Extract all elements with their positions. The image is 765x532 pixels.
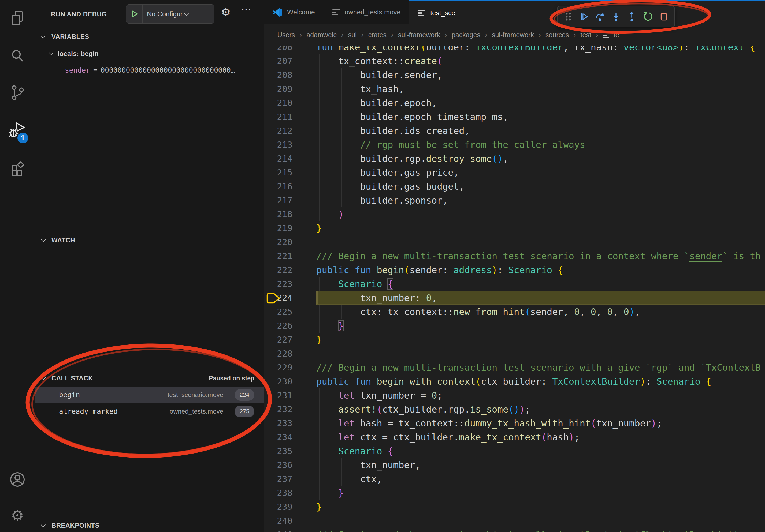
code-line-236[interactable]: txn_number, (316, 458, 765, 472)
line-number-210[interactable]: 210 (264, 96, 302, 110)
continue-icon[interactable] (576, 9, 591, 24)
extensions-icon[interactable] (9, 159, 26, 176)
line-number-241[interactable]: 241 (264, 528, 302, 532)
explorer-icon[interactable] (9, 10, 26, 27)
account-icon[interactable] (9, 471, 26, 488)
code-line-223[interactable]: Scenario { (316, 277, 765, 291)
line-number-222[interactable]: 222 (264, 263, 302, 277)
code-line-211[interactable]: builder.epoch_timestamp_ms, (316, 110, 765, 124)
breadcrumb-item[interactable]: sui (348, 31, 357, 39)
line-number-212[interactable]: 212 (264, 124, 302, 138)
code-line-226[interactable]: } (316, 319, 765, 333)
stop-icon[interactable] (656, 9, 671, 24)
code-line-238[interactable]: } (316, 486, 765, 500)
line-number-229[interactable]: 229 (264, 361, 302, 375)
tab-welcome[interactable]: Welcome (264, 0, 324, 24)
breadcrumb-item[interactable]: sources (545, 31, 569, 39)
start-debug-icon[interactable] (131, 10, 139, 18)
code-line-214[interactable]: builder.rgp.destroy_some(), (316, 151, 765, 165)
variables-section-header[interactable]: VARIABLES (35, 30, 264, 43)
call-stack-frame[interactable]: begintest_scenario.move224 (35, 387, 264, 403)
code-line-230[interactable]: public fun begin_with_context(ctx_builde… (316, 375, 765, 389)
code-line-231[interactable]: let txn_number = 0; (316, 389, 765, 402)
step-out-icon[interactable] (624, 9, 639, 24)
line-number-233[interactable]: 233 (264, 416, 302, 430)
line-number-235[interactable]: 235 (264, 444, 302, 458)
watch-section-header[interactable]: WATCH (35, 234, 264, 247)
code-line-210[interactable]: builder.epoch, (316, 96, 765, 110)
call-stack-frame[interactable]: already_markedowned_tests.move275 (35, 403, 264, 419)
code-line-215[interactable]: builder.gas_price, (316, 165, 765, 179)
breadcrumb-file[interactable]: te (613, 31, 619, 39)
code-line-208[interactable]: builder.sender, (316, 68, 765, 82)
line-number-221[interactable]: 221 (264, 249, 302, 263)
line-number-232[interactable]: 232 (264, 402, 302, 416)
breakpoints-section-header[interactable]: BREAKPOINTS (35, 519, 264, 532)
restart-icon[interactable] (640, 9, 655, 24)
line-number-237[interactable]: 237 (264, 472, 302, 486)
settings-gear-icon[interactable]: ⚙ (9, 507, 26, 524)
code-line-212[interactable]: builder.ids_created, (316, 124, 765, 138)
code-line-241[interactable]: /// Creates and shares system objects, a… (316, 528, 765, 532)
breadcrumb-item[interactable]: sui-framework (492, 31, 534, 39)
line-number-231[interactable]: 231 (264, 389, 302, 402)
line-number-211[interactable]: 211 (264, 110, 302, 124)
line-number-213[interactable]: 213 (264, 138, 302, 151)
line-number-218[interactable]: 218 (264, 207, 302, 221)
breadcrumb-item[interactable]: test (580, 31, 591, 39)
line-number-207[interactable]: 207 (264, 54, 302, 68)
line-number-208[interactable]: 208 (264, 68, 302, 82)
line-number-228[interactable]: 228 (264, 347, 302, 361)
line-number-226[interactable]: 226 (264, 319, 302, 333)
line-number-234[interactable]: 234 (264, 430, 302, 444)
line-number-238[interactable]: 238 (264, 486, 302, 500)
variable-row[interactable]: sender = 0000000000000000000000000000000… (35, 64, 264, 77)
line-number-240[interactable]: 240 (264, 514, 302, 528)
code-line-228[interactable] (316, 347, 765, 361)
code-line-216[interactable]: builder.gas_budget, (316, 179, 765, 193)
code-line-237[interactable]: ctx, (316, 472, 765, 486)
more-actions-icon[interactable]: ··· (239, 5, 255, 15)
tab-owned-tests[interactable]: owned_tests.move (324, 0, 409, 24)
breadcrumb-item[interactable]: crates (368, 31, 386, 39)
code-line-220[interactable] (316, 235, 765, 249)
code-line-219[interactable]: } (316, 221, 765, 235)
line-number-230[interactable]: 230 (264, 375, 302, 389)
drag-grip-icon[interactable] (561, 9, 576, 24)
step-over-icon[interactable] (593, 9, 608, 24)
code-line-222[interactable]: public fun begin(sender: address): Scena… (316, 263, 765, 277)
code-line-233[interactable]: let hash = tx_context::dummy_tx_hash_wit… (316, 416, 765, 430)
breadcrumb-item[interactable]: Users (278, 31, 295, 39)
line-number-217[interactable]: 217 (264, 193, 302, 207)
code-line-224[interactable]: txn_number: 0, (316, 291, 765, 305)
code-line-234[interactable]: let ctx = ctx_builder.make_tx_context(ha… (316, 430, 765, 444)
line-number-236[interactable]: 236 (264, 458, 302, 472)
code-line-235[interactable]: Scenario { (316, 444, 765, 458)
source-control-icon[interactable] (9, 84, 26, 101)
code-line-232[interactable]: assert!(ctx_builder.rgp.is_some()); (316, 402, 765, 416)
line-number-214[interactable]: 214 (264, 151, 302, 165)
line-number-219[interactable]: 219 (264, 221, 302, 235)
breadcrumb-item[interactable]: sui-framework (398, 31, 440, 39)
code-line-217[interactable]: builder.sponsor, (316, 193, 765, 207)
line-number-209[interactable]: 209 (264, 82, 302, 96)
code-line-240[interactable] (316, 514, 765, 528)
line-number-215[interactable]: 215 (264, 165, 302, 179)
line-number-227[interactable]: 227 (264, 333, 302, 347)
code-line-225[interactable]: ctx: tx_context::new_from_hint(sender, 0… (316, 305, 765, 319)
code-line-239[interactable]: } (316, 500, 765, 514)
search-icon[interactable] (9, 47, 26, 65)
code-line-218[interactable]: ) (316, 207, 765, 221)
breadcrumb-item[interactable]: packages (452, 31, 480, 39)
code-line-221[interactable]: /// Begin a new multi-transaction test s… (316, 249, 765, 263)
breadcrumb-item[interactable]: adamwelc (307, 31, 337, 39)
debug-settings-gear-icon[interactable]: ⚙ (218, 6, 234, 18)
code-line-213[interactable]: // rgp must be set from the caller alway… (316, 138, 765, 151)
line-number-239[interactable]: 239 (264, 500, 302, 514)
variables-scope-row[interactable]: locals: begin (35, 47, 264, 60)
code-line-209[interactable]: tx_hash, (316, 82, 765, 96)
line-number-220[interactable]: 220 (264, 235, 302, 249)
code-line-207[interactable]: tx_context::create( (316, 54, 765, 68)
step-into-icon[interactable] (608, 9, 623, 24)
code-line-227[interactable]: } (316, 333, 765, 347)
